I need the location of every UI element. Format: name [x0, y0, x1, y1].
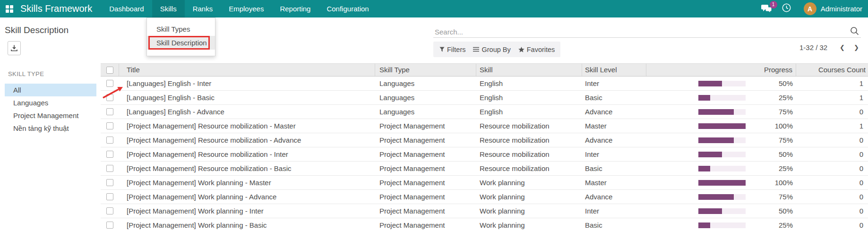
filter-icon	[439, 47, 445, 52]
table-row[interactable]: [Project Management] Work planning - Adv…	[101, 190, 868, 204]
nav-menu-item-dashboard[interactable]: Dashboard	[101, 0, 152, 17]
row-checkbox[interactable]	[106, 222, 113, 229]
progress-bar	[698, 208, 746, 214]
skill-description-table: Title Skill Type Skill Skill Level Progr…	[101, 63, 868, 231]
cell-skill: Resource mobilization	[476, 133, 582, 147]
cell-skill: Work planning	[476, 218, 582, 231]
progress-bar-fill	[698, 222, 710, 228]
table-row[interactable]: [Languages] English - Inter Languages En…	[101, 77, 868, 91]
progress-bar	[698, 109, 746, 115]
user-name[interactable]: Administrator	[821, 5, 862, 13]
activities-button[interactable]	[782, 3, 791, 14]
download-icon	[11, 45, 17, 51]
cell-progress: 50%	[646, 77, 796, 90]
cell-progress: 100%	[646, 119, 796, 133]
progress-percent: 25%	[779, 94, 793, 102]
progress-bar	[698, 95, 746, 101]
sidebar-item-nền-tảng-kỹ-thuật[interactable]: Nền tảng kỹ thuật	[5, 122, 96, 135]
nav-menu-item-employees[interactable]: Employees	[221, 0, 272, 17]
cell-title: [Project Management] Work planning - Int…	[119, 204, 375, 218]
table-row[interactable]: [Project Management] Resource mobilizati…	[101, 133, 868, 147]
row-checkbox[interactable]	[106, 151, 113, 158]
nav-menu-item-configuration[interactable]: Configuration	[318, 0, 377, 17]
progress-bar-fill	[698, 194, 734, 200]
table-row[interactable]: [Project Management] Work planning - Bas…	[101, 218, 868, 231]
progress-bar-fill	[698, 81, 722, 86]
row-checkbox[interactable]	[106, 165, 113, 172]
search-options-bar: Filters Group By Favorites	[433, 42, 560, 57]
cell-courses-count: 0	[796, 147, 868, 161]
cell-skill-type: Languages	[375, 105, 476, 119]
group-by-button[interactable]: Group By	[469, 42, 514, 57]
row-checkbox[interactable]	[106, 108, 113, 115]
nav-menu-item-skills[interactable]: Skills	[152, 0, 185, 17]
cell-progress: 50%	[646, 204, 796, 218]
column-header-title[interactable]: Title	[119, 64, 375, 76]
table-row[interactable]: [Project Management] Resource mobilizati…	[101, 147, 868, 162]
progress-percent: 100%	[775, 179, 793, 187]
column-header-skill[interactable]: Skill	[476, 64, 582, 76]
cell-progress: 75%	[646, 133, 796, 147]
filters-button[interactable]: Filters	[436, 42, 469, 57]
cell-skill-type: Project Management	[375, 204, 476, 218]
cell-skill: Work planning	[476, 176, 582, 189]
row-checkbox[interactable]	[106, 122, 113, 129]
cell-title: [Project Management] Work planning - Adv…	[119, 190, 375, 204]
cell-progress: 75%	[646, 190, 796, 204]
column-header-skill-type[interactable]: Skill Type	[375, 64, 476, 76]
pager-previous-button[interactable]: ❮	[840, 44, 845, 51]
cell-progress: 25%	[646, 218, 796, 231]
search-input[interactable]: Search...	[435, 28, 463, 36]
cell-progress: 25%	[646, 162, 796, 175]
progress-bar	[698, 180, 746, 186]
user-avatar[interactable]: A	[804, 2, 816, 15]
cell-progress: 100%	[646, 176, 796, 189]
column-header-progress[interactable]: Progress	[646, 64, 796, 76]
search-underline	[433, 37, 861, 38]
row-checkbox[interactable]	[106, 193, 113, 200]
table-row[interactable]: [Project Management] Resource mobilizati…	[101, 162, 868, 176]
row-checkbox[interactable]	[106, 207, 113, 214]
message-count-badge: 1	[770, 1, 777, 9]
cell-skill-type: Project Management	[375, 147, 476, 161]
messages-button[interactable]: 1	[761, 4, 773, 14]
sidebar-item-project-management[interactable]: Project Management	[5, 109, 96, 122]
nav-menu-item-ranks[interactable]: Ranks	[185, 0, 221, 17]
table-row[interactable]: [Project Management] Work planning - Mas…	[101, 176, 868, 190]
cell-courses-count: 0	[796, 133, 868, 147]
cell-skill: English	[476, 77, 582, 90]
cell-courses-count: 0	[796, 176, 868, 189]
row-checkbox[interactable]	[106, 179, 113, 186]
table-row[interactable]: [Languages] English - Advance Languages …	[101, 105, 868, 119]
row-checkbox[interactable]	[106, 137, 113, 144]
cell-title: [Languages] English - Inter	[119, 77, 375, 90]
progress-bar-fill	[698, 95, 710, 101]
search-icon[interactable]	[850, 26, 859, 37]
pager-next-button[interactable]: ❯	[854, 44, 859, 51]
progress-bar-fill	[698, 109, 734, 115]
nav-menu-item-reporting[interactable]: Reporting	[272, 0, 318, 17]
cell-title: [Languages] English - Basic	[119, 91, 375, 104]
cell-skill-level: Inter	[582, 147, 646, 161]
progress-bar-fill	[698, 137, 734, 143]
sidebar-item-languages[interactable]: Languages	[5, 96, 96, 109]
column-header-courses-count[interactable]: Courses Count	[796, 64, 868, 76]
table-row[interactable]: [Project Management] Work planning - Int…	[101, 204, 868, 218]
cell-skill: Resource mobilization	[476, 162, 582, 175]
export-button[interactable]	[8, 41, 21, 55]
favorites-button[interactable]: Favorites	[515, 42, 559, 57]
table-row[interactable]: [Languages] English - Basic Languages En…	[101, 91, 868, 105]
cell-skill-type: Project Management	[375, 190, 476, 204]
select-all-checkbox-cell	[101, 64, 119, 76]
column-header-skill-level[interactable]: Skill Level	[582, 64, 646, 76]
sidebar-skill-type-filter: AllLanguagesProject ManagementNền tảng k…	[0, 84, 99, 135]
progress-percent: 75%	[779, 193, 793, 201]
apps-grid-icon[interactable]	[6, 5, 13, 13]
sidebar-item-all[interactable]: All	[5, 84, 96, 96]
cell-progress: 50%	[646, 147, 796, 161]
table-row[interactable]: [Project Management] Resource mobilizati…	[101, 119, 868, 133]
dropdown-item-skill-types[interactable]: Skill Types	[147, 22, 215, 36]
select-all-checkbox[interactable]	[106, 67, 113, 74]
cell-skill-type: Languages	[375, 77, 476, 90]
cell-skill-level: Master	[582, 176, 646, 189]
